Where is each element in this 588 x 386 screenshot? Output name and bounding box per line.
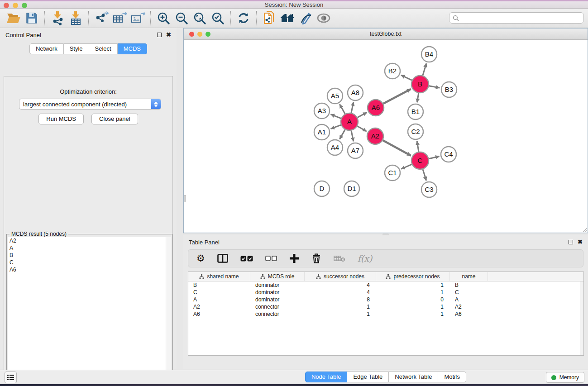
column-header-predecessor-nodes[interactable]: predecessor nodes (376, 272, 450, 281)
network-vertical-scrollbar[interactable] (184, 195, 186, 202)
zoom-network-button[interactable] (206, 32, 210, 37)
show-graphics-details-icon[interactable] (315, 10, 333, 26)
node-A3[interactable]: A3 (314, 103, 330, 119)
table-cell[interactable]: 1 (376, 289, 450, 295)
table-cell[interactable]: 8 (305, 296, 376, 303)
select-all-icon[interactable] (240, 256, 253, 262)
tab-node-table[interactable]: Node Table (305, 372, 348, 382)
zoom-selected-icon[interactable] (209, 10, 227, 26)
table-cell[interactable]: connector (250, 304, 305, 310)
column-header-MCDS-role[interactable]: MCDS role (250, 272, 305, 281)
table-row[interactable]: Bdominator41B (188, 281, 583, 289)
edge-A-A1[interactable] (331, 125, 341, 129)
open-session-icon[interactable] (5, 10, 23, 26)
close-panel-button[interactable]: Close panel (91, 114, 138, 124)
table-cell[interactable]: dominator (250, 282, 305, 288)
node-B2[interactable]: B2 (385, 63, 400, 79)
table-cell[interactable]: 1 (305, 311, 376, 317)
edge-B-B3[interactable] (429, 86, 440, 88)
network-canvas[interactable]: B4B2BB3A5A8A6B1A3AA1C2A4A7A2C4CC1C3DD1 (184, 40, 588, 233)
import-table-icon[interactable] (67, 10, 85, 26)
minimize-window-button[interactable] (13, 3, 18, 8)
node-A5[interactable]: A5 (327, 88, 343, 104)
mcds-result-item[interactable]: A6 (8, 266, 166, 273)
zoom-window-button[interactable] (22, 3, 27, 8)
edge-A-A4[interactable] (339, 129, 345, 139)
table-cell[interactable]: 1 (305, 304, 376, 310)
table-cell[interactable]: A (450, 296, 488, 303)
close-window-button[interactable] (4, 3, 9, 8)
tab-select[interactable]: Select (89, 43, 118, 54)
export-network-icon[interactable] (92, 10, 110, 26)
table-cell[interactable]: 1 (376, 311, 450, 317)
table-cell[interactable]: connector (250, 311, 305, 317)
node-D1[interactable]: D1 (344, 181, 359, 196)
function-builder-icon[interactable]: f(x) (358, 253, 373, 263)
mcds-result-item[interactable]: A (8, 244, 166, 252)
split-view-icon[interactable] (217, 254, 228, 263)
edge-C-C3[interactable] (423, 169, 426, 181)
table-row[interactable]: A6connector11A6 (188, 310, 583, 318)
table-cell[interactable]: A2 (450, 304, 488, 310)
mcds-result-scrollbar[interactable] (166, 237, 171, 386)
criterion-dropdown[interactable]: largest connected component (directed) (19, 99, 161, 110)
add-column-icon[interactable] (289, 253, 299, 263)
edge-C-C1[interactable] (401, 164, 412, 169)
tab-edge-table[interactable]: Edge Table (347, 372, 389, 382)
table-row[interactable]: Cdominator41C (188, 289, 583, 296)
settings-gear-icon[interactable]: ⚙ (196, 254, 205, 263)
column-header-name[interactable]: name (450, 272, 488, 281)
node-A1[interactable]: A1 (314, 124, 330, 140)
edge-A-A2[interactable] (357, 126, 366, 131)
tab-network[interactable]: Network (29, 43, 64, 54)
export-table-icon[interactable] (110, 10, 129, 26)
table-cell[interactable]: A2 (188, 304, 250, 310)
table-row[interactable]: Adominator80A (188, 296, 583, 303)
node-A[interactable]: A (341, 113, 358, 130)
node-C1[interactable]: C1 (385, 165, 400, 181)
edge-A-A6[interactable] (358, 112, 367, 117)
table-cell[interactable]: 0 (376, 296, 450, 303)
mcds-result-list[interactable]: A2ABCA6 (8, 237, 166, 386)
home-icon[interactable] (278, 10, 296, 26)
task-history-button[interactable] (5, 372, 17, 383)
table-cell[interactable]: 4 (305, 289, 376, 295)
tab-style[interactable]: Style (64, 43, 89, 54)
edge-A6-B[interactable] (383, 89, 411, 104)
table-cell[interactable]: B (450, 282, 488, 288)
network-resize-grip[interactable] (583, 228, 587, 232)
fit-content-icon[interactable] (191, 10, 209, 26)
delete-icon[interactable] (311, 253, 321, 264)
table-cell[interactable]: C (188, 289, 250, 295)
table-cell[interactable]: dominator (250, 289, 305, 295)
close-table-panel-icon[interactable]: ✖ (578, 240, 583, 244)
mcds-result-item[interactable]: B (8, 252, 166, 259)
node-B3[interactable]: B3 (441, 82, 457, 97)
network-window-titlebar[interactable]: testGlobe.txt (184, 29, 588, 40)
edge-C-C4[interactable] (429, 157, 440, 159)
column-header-shared-name[interactable]: shared name (188, 272, 250, 281)
edge-A-A7[interactable] (351, 131, 354, 142)
column-header-successor-nodes[interactable]: successor nodes (305, 272, 376, 281)
table-cell[interactable]: A6 (450, 311, 488, 317)
deselect-all-icon[interactable] (265, 256, 277, 261)
table-cell[interactable]: A6 (188, 311, 250, 317)
delete-table-icon[interactable] (334, 255, 345, 262)
export-image-icon[interactable] (129, 10, 147, 26)
node-A7[interactable]: A7 (348, 143, 363, 158)
minimize-network-button[interactable] (197, 32, 202, 37)
close-network-button[interactable] (189, 32, 194, 37)
edge-B-B4[interactable] (423, 63, 426, 76)
search-input[interactable] (461, 14, 583, 23)
table-cell[interactable]: A (188, 296, 250, 303)
mcds-result-item[interactable]: A2 (8, 237, 166, 244)
close-panel-icon[interactable]: ✖ (166, 33, 171, 37)
node-C4[interactable]: C4 (441, 147, 456, 162)
network-document-icon[interactable] (260, 10, 278, 26)
float-panel-icon[interactable] (157, 33, 162, 37)
node-D[interactable]: D (314, 181, 330, 196)
hide-annotations-icon[interactable] (296, 10, 315, 26)
table-cell[interactable]: C (450, 289, 488, 295)
zoom-out-icon[interactable] (172, 10, 191, 26)
edge-B-B1[interactable] (417, 93, 418, 103)
